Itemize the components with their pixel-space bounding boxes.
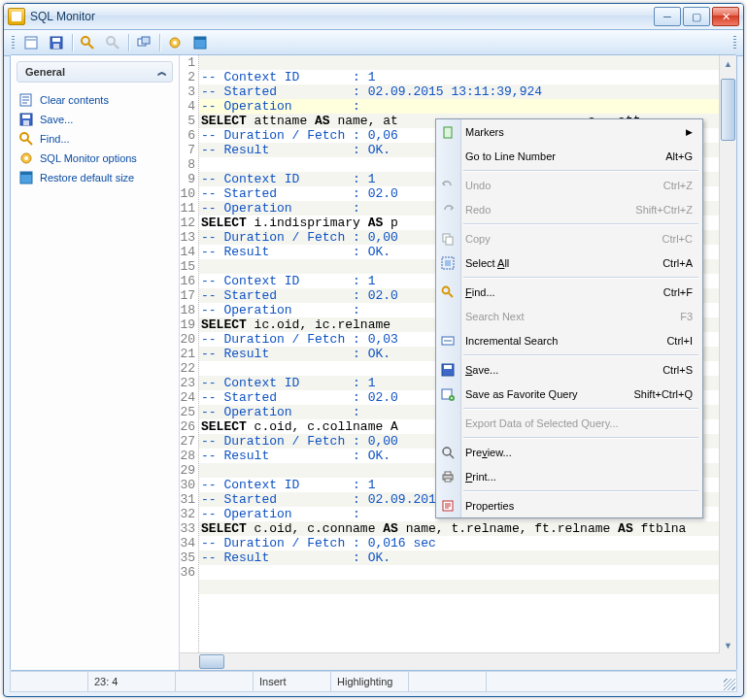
- svg-rect-2: [52, 38, 60, 42]
- menu-item[interactable]: Markers▶: [436, 119, 702, 144]
- titlebar[interactable]: SQL Monitor ─ ▢ ✕: [4, 4, 743, 30]
- status-position: 23: 4: [88, 672, 176, 691]
- svg-rect-35: [445, 479, 451, 482]
- menu-item: Search NextF3: [436, 304, 702, 328]
- svg-point-5: [107, 37, 115, 45]
- scroll-down-arrow[interactable]: ▼: [720, 637, 736, 653]
- sidebar-item[interactable]: SQL Monitor options: [18, 149, 171, 168]
- status-highlighting: Highlighting: [331, 672, 409, 691]
- menu-item[interactable]: Go to Line NumberAlt+G: [436, 144, 702, 168]
- code-line[interactable]: [199, 565, 736, 580]
- sidebar-header[interactable]: General ︽: [17, 61, 173, 83]
- scroll-thumb[interactable]: [721, 79, 735, 141]
- svg-rect-15: [23, 120, 29, 125]
- sidebar-item[interactable]: Restore default size: [18, 168, 171, 187]
- menu-item[interactable]: Save...Ctrl+S: [436, 357, 702, 382]
- menu-item[interactable]: Select AllCtrl+A: [436, 250, 702, 275]
- menu-item-label: Undo: [465, 180, 491, 191]
- svg-rect-21: [444, 127, 452, 138]
- options-button[interactable]: [163, 31, 187, 54]
- menu-item-label: Properties: [465, 500, 514, 512]
- print-icon: [440, 469, 456, 484]
- sidebar-item[interactable]: Find...: [18, 129, 171, 149]
- sidebar-item-icon: [18, 131, 34, 147]
- toolbar-separator: [70, 32, 74, 53]
- sidebar-item[interactable]: Clear contents: [18, 90, 171, 110]
- close-button[interactable]: ✕: [712, 7, 739, 26]
- sidebar-item[interactable]: Save...: [18, 110, 171, 129]
- menu-item-label: Print...: [465, 471, 496, 483]
- menu-item: RedoShift+Ctrl+Z: [436, 197, 702, 221]
- menu-shortcut: Ctrl+S: [662, 364, 693, 376]
- svg-rect-0: [25, 37, 37, 49]
- menu-item[interactable]: Properties: [436, 493, 702, 517]
- code-line[interactable]: -- Started : 02.09.2015 13:11:39,924: [199, 84, 736, 99]
- code-line[interactable]: -- Result : OK.: [199, 550, 736, 565]
- clear-button[interactable]: [19, 31, 43, 54]
- always-on-top-button[interactable]: [132, 31, 155, 54]
- save-button[interactable]: [45, 31, 68, 54]
- svg-point-26: [443, 286, 450, 293]
- menu-item-label: Search Next: [465, 311, 525, 322]
- minimize-button[interactable]: ─: [654, 7, 681, 26]
- find-button[interactable]: [76, 31, 99, 54]
- find-next-button[interactable]: [101, 31, 124, 54]
- scroll-up-arrow[interactable]: ▲: [720, 55, 736, 72]
- svg-point-16: [20, 133, 28, 141]
- menu-item-label: Find...: [465, 286, 495, 298]
- svg-point-32: [443, 448, 451, 455]
- scroll-thumb[interactable]: [199, 654, 224, 669]
- code-line[interactable]: SELECT c.oid, c.conname AS name, t.relna…: [199, 521, 736, 536]
- svg-rect-20: [20, 172, 32, 175]
- vertical-scrollbar[interactable]: ▲ ▼: [719, 55, 736, 653]
- sidebar-item-label: Find...: [40, 133, 70, 145]
- toolbar-overflow[interactable]: [730, 32, 739, 53]
- status-cell: [409, 672, 487, 691]
- horizontal-scrollbar[interactable]: [180, 652, 720, 670]
- sidebar-item-label: SQL Monitor options: [40, 152, 137, 164]
- menu-item[interactable]: Print...: [436, 464, 702, 488]
- menu-item[interactable]: Find...Ctrl+F: [436, 280, 702, 304]
- redo-icon: [440, 202, 456, 217]
- collapse-icon: ︽: [157, 65, 164, 79]
- menu-item: CopyCtrl+C: [436, 226, 702, 250]
- sidebar-item-icon: [18, 112, 34, 127]
- code-line[interactable]: [199, 55, 736, 70]
- menu-shortcut: Alt+G: [665, 150, 693, 162]
- code-line[interactable]: -- Operation :: [199, 99, 736, 114]
- maximize-button[interactable]: ▢: [683, 7, 710, 26]
- fav-icon: [440, 386, 456, 402]
- code-line[interactable]: -- Context ID : 1: [199, 70, 736, 84]
- menu-separator: [463, 408, 698, 409]
- menu-shortcut: Ctrl+F: [663, 286, 693, 298]
- code-line[interactable]: [199, 580, 736, 594]
- svg-rect-7: [142, 37, 150, 44]
- menu-item-label: Select All: [465, 257, 509, 269]
- menu-separator: [463, 223, 698, 224]
- sidebar-header-label: General: [25, 66, 65, 78]
- preview-icon: [440, 445, 456, 460]
- inc-search-icon: [440, 333, 456, 349]
- menu-item[interactable]: Preview...: [436, 440, 702, 464]
- svg-point-9: [173, 41, 177, 45]
- menu-shortcut: Shift+Ctrl+Z: [635, 204, 693, 216]
- save-icon: [440, 362, 456, 378]
- svg-rect-11: [194, 37, 206, 40]
- scroll-corner: [720, 653, 736, 670]
- menu-item-label: Copy: [465, 233, 491, 245]
- svg-point-4: [82, 37, 89, 45]
- menu-item[interactable]: Incremental SearchCtrl+I: [436, 328, 702, 352]
- svg-rect-29: [444, 365, 452, 369]
- line-gutter: 1234567891011121314151617181920212223242…: [180, 55, 199, 670]
- context-menu[interactable]: Markers▶Go to Line NumberAlt+GUndoCtrl+Z…: [435, 118, 703, 518]
- restore-size-button[interactable]: [188, 31, 212, 54]
- toolbar: [4, 30, 743, 56]
- sidebar-item-icon: [18, 92, 34, 108]
- menu-shortcut: F3: [680, 311, 693, 322]
- svg-rect-34: [445, 472, 451, 475]
- toolbar-grip[interactable]: [8, 32, 17, 53]
- resize-grip[interactable]: [724, 679, 735, 690]
- menu-item[interactable]: Save as Favorite QueryShift+Ctrl+Q: [436, 382, 702, 406]
- code-line[interactable]: -- Duration / Fetch : 0,016 sec: [199, 536, 736, 550]
- menu-item-label: Preview...: [465, 447, 512, 458]
